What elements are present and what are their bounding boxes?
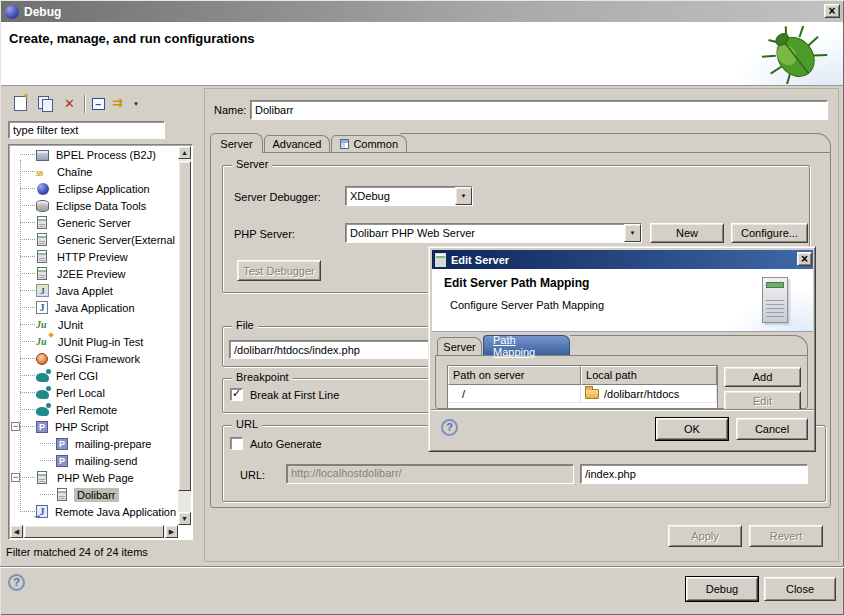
edit-button[interactable]: Edit [724, 391, 801, 411]
tree-item[interactable]: mailing-prepare [10, 435, 178, 452]
tree-item[interactable]: Java Applet [10, 282, 178, 299]
tree-item[interactable]: Perl Remote [10, 401, 178, 418]
chevron-down-icon[interactable]: ▼ [624, 224, 641, 242]
close-button[interactable]: Close [764, 577, 836, 601]
collapse-all-icon[interactable]: − [92, 98, 105, 110]
table-header-row: Path on server Local path [448, 366, 717, 385]
delete-icon[interactable]: ✕ [64, 96, 75, 111]
tree-item[interactable]: Generic Server [10, 214, 178, 231]
tree-item-label: Generic Server(External La [54, 233, 178, 247]
server-icon [37, 250, 47, 263]
tab-advanced-label: Advanced [273, 138, 322, 150]
tree-item-label: Eclipse Data Tools [53, 199, 149, 213]
add-button[interactable]: Add [724, 367, 801, 387]
help-icon[interactable]: ? [8, 574, 25, 591]
tab-server[interactable]: Server [210, 133, 263, 153]
tree-item[interactable]: Eclipse Application [10, 180, 178, 197]
scroll-up-icon[interactable]: ▲ [178, 146, 191, 159]
tree-item[interactable]: −PHP Web Page [10, 469, 178, 486]
file-group-label: File [232, 319, 258, 331]
server-icon [37, 471, 47, 484]
chaine-icon [36, 165, 50, 179]
php-server-combo[interactable]: Dolibarr PHP Web Server ▼ [345, 223, 642, 243]
tree-item[interactable]: JUnit Plug-in Test [10, 333, 178, 350]
cancel-button[interactable]: Cancel [736, 418, 808, 440]
dialog-help-icon[interactable]: ? [441, 419, 458, 436]
tree-item[interactable]: −PHP Script [10, 418, 178, 435]
tree-item[interactable]: Generic Server(External La [10, 231, 178, 248]
java-applet-icon [36, 284, 49, 297]
remote-java-icon [36, 505, 48, 518]
tree-item[interactable]: OSGi Framework [10, 350, 178, 367]
tab-common[interactable]: Common [331, 135, 407, 152]
scroll-left-icon[interactable]: ◀ [10, 525, 23, 538]
new-config-icon[interactable] [14, 96, 27, 111]
path-mapping-table[interactable]: Path on server Local path //dolibarr/htd… [447, 365, 718, 409]
tree-item[interactable]: Dolibarr [10, 486, 178, 503]
dialog-button-bar: ? OK Cancel [431, 409, 814, 450]
chevron-down-icon[interactable]: ▼ [455, 187, 472, 205]
tree-item[interactable]: mailing-send [10, 452, 178, 469]
duplicate-icon[interactable] [38, 96, 53, 111]
hscroll-thumb[interactable] [24, 525, 164, 538]
tree-hscrollbar[interactable]: ◀ ▶ [10, 525, 178, 538]
col-path-on-server[interactable]: Path on server [448, 366, 581, 385]
eclipse-app-icon [5, 5, 19, 19]
tab-advanced[interactable]: Advanced [264, 135, 330, 152]
name-input[interactable] [250, 100, 828, 120]
auto-generate-label: Auto Generate [250, 438, 322, 450]
tree-item[interactable]: Eclipse Data Tools [10, 197, 178, 214]
tree-item[interactable]: J2EE Preview [10, 265, 178, 282]
tree-item[interactable]: BPEL Process (B2J) [10, 146, 178, 163]
tree-item[interactable]: Chaîne [10, 163, 178, 180]
menu-dropdown-icon[interactable]: ▼ [133, 101, 139, 107]
server-debugger-combo[interactable]: XDebug ▼ [345, 186, 473, 206]
database-icon [36, 200, 49, 212]
url-group-label: URL [232, 418, 262, 430]
revert-button[interactable]: Revert [749, 525, 823, 547]
table-row[interactable]: //dolibarr/htdocs [448, 385, 717, 403]
window-close-button[interactable]: × [824, 4, 840, 18]
break-at-first-line-label: Break at First Line [250, 389, 339, 401]
tree-item-label: mailing-prepare [72, 437, 154, 451]
tree-item[interactable]: HTTP Preview [10, 248, 178, 265]
break-at-first-line-checkbox[interactable] [230, 388, 243, 401]
tree-item-label: Chaîne [54, 165, 95, 179]
dialog-tab-server[interactable]: Server [437, 337, 482, 355]
apply-button[interactable]: Apply [668, 525, 742, 547]
configure-button[interactable]: Configure... [731, 223, 808, 243]
name-label: Name: [214, 104, 246, 116]
vscroll-thumb[interactable] [178, 161, 191, 491]
col-local-path[interactable]: Local path [581, 366, 717, 385]
debug-button[interactable]: Debug [686, 577, 758, 601]
dialog-close-button[interactable]: × [797, 252, 812, 266]
window-title: Debug [24, 5, 61, 19]
tree-item-label: JUnit Plug-in Test [55, 335, 146, 349]
tree-item-label: J2EE Preview [54, 267, 128, 281]
dialog-title: Edit Server [451, 254, 509, 266]
collapse-expander-icon[interactable]: − [11, 422, 20, 431]
tree-item[interactable]: Remote Java Application [10, 503, 178, 520]
dialog-titlebar[interactable]: Edit Server [432, 250, 813, 269]
tree-item[interactable]: Perl Local [10, 384, 178, 401]
tree-item[interactable]: JUnit [10, 316, 178, 333]
auto-generate-checkbox[interactable] [230, 437, 243, 450]
url-path-input[interactable] [580, 464, 808, 484]
tree-vscrollbar[interactable]: ▲ ▼ [178, 146, 191, 525]
window-titlebar[interactable]: Debug [1, 1, 843, 22]
tree-item[interactable]: Java Application [10, 299, 178, 316]
type-filter-input[interactable] [8, 121, 165, 139]
server-debugger-label: Server Debugger: [234, 191, 321, 203]
test-debugger-button[interactable]: Test Debugger [237, 260, 321, 281]
dialog-tab-path-mapping[interactable]: Path Mapping [483, 335, 570, 355]
scroll-right-icon[interactable]: ▶ [165, 525, 178, 538]
new-server-button[interactable]: New [650, 223, 724, 243]
ok-button[interactable]: OK [656, 418, 728, 440]
collapse-expander-icon[interactable]: − [11, 473, 20, 482]
server-icon [37, 216, 47, 229]
tab-server-label: Server [220, 138, 252, 150]
scroll-down-icon[interactable]: ▼ [178, 512, 191, 525]
java-application-icon [36, 301, 48, 314]
tree-item[interactable]: Perl CGI [10, 367, 178, 384]
filter-icon[interactable]: ⇉ [112, 95, 123, 110]
